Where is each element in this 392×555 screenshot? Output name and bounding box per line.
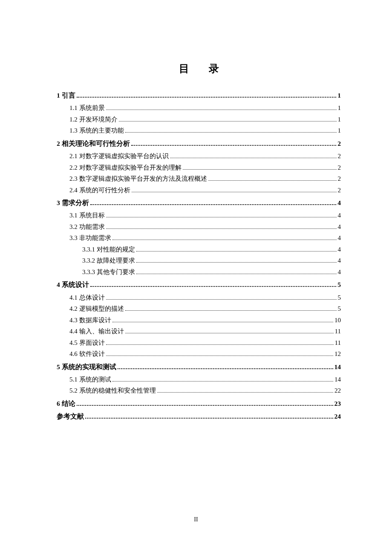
toc-entry-label: 3 需求分析 bbox=[57, 198, 89, 208]
toc-entry: 3 需求分析4 bbox=[57, 198, 341, 208]
toc-leader-dots bbox=[183, 169, 337, 170]
toc-entry: 4.3 数据库设计10 bbox=[69, 315, 341, 325]
toc-entry-label: 4 系统设计 bbox=[57, 280, 89, 289]
toc-leader-dots bbox=[125, 132, 337, 133]
toc-entry-page: 14 bbox=[334, 362, 341, 372]
toc-entry: 2.2 对数字逻辑虚拟实验平台开发的理解2 bbox=[69, 163, 341, 173]
toc-leader-dots bbox=[157, 392, 334, 393]
toc-entry: 2.3 数字逻辑虚拟实验平台开发的方法及流程概述2 bbox=[69, 174, 341, 184]
toc-entry-page: 2 bbox=[337, 139, 341, 148]
toc-entry-page: 24 bbox=[334, 411, 341, 421]
toc-entry-label: 4.2 逻辑模型的描述 bbox=[69, 304, 124, 314]
toc-entry: 4.4 输入、输出设计11 bbox=[69, 327, 341, 336]
toc-leader-dots bbox=[136, 251, 337, 251]
toc-entry: 4.2 逻辑模型的描述5 bbox=[69, 304, 341, 314]
page-number: II bbox=[0, 516, 392, 523]
toc-entry-label: 4.4 输入、输出设计 bbox=[69, 327, 124, 336]
toc-entry: 4.6 软件设计12 bbox=[69, 349, 341, 359]
toc-entry-page: 2 bbox=[338, 163, 341, 173]
toc-leader-dots bbox=[119, 121, 337, 121]
toc-entry-page: 23 bbox=[334, 399, 341, 408]
toc-entry-page: 4 bbox=[338, 245, 341, 254]
toc-entry-label: 4.6 软件设计 bbox=[69, 349, 105, 359]
toc-entry-label: 3.1 系统目标 bbox=[69, 211, 105, 220]
toc-entry-page: 10 bbox=[334, 315, 341, 325]
toc-entry-page: 14 bbox=[334, 375, 341, 384]
toc-title: 目 录 bbox=[57, 62, 341, 75]
toc-entry: 3.3.2 故障处理要求4 bbox=[82, 256, 341, 266]
toc-entry-label: 6 结论 bbox=[57, 399, 75, 408]
toc-entry-label: 1.1 系统前景 bbox=[69, 103, 105, 113]
toc-leader-dots bbox=[77, 97, 337, 98]
toc-entry-label: 3.3 非功能需求 bbox=[69, 233, 111, 243]
toc-entry-page: 4 bbox=[337, 198, 341, 208]
toc-leader-dots bbox=[131, 145, 337, 146]
toc-leader-dots bbox=[136, 274, 337, 274]
toc-entry-page: 4 bbox=[338, 256, 341, 266]
toc-entry-page: 1 bbox=[338, 115, 341, 124]
toc-entry-label: 4.3 数据库设计 bbox=[69, 315, 111, 325]
toc-entry-label: 4.5 界面设计 bbox=[69, 338, 105, 348]
toc-leader-dots bbox=[106, 217, 337, 217]
toc-entry-page: 2 bbox=[338, 151, 341, 161]
toc-entry-label: 3.3.3 其他专门要求 bbox=[82, 267, 135, 277]
toc-entry: 5.2 系统的稳健性和安全性管理22 bbox=[69, 386, 341, 396]
toc-entry-page: 1 bbox=[338, 103, 341, 113]
toc-entry: 3.1 系统目标4 bbox=[69, 211, 341, 220]
toc-entry-label: 4.1 总体设计 bbox=[69, 293, 105, 303]
toc-leader-dots bbox=[106, 356, 334, 356]
toc-entry-label: 2.3 数字逻辑虚拟实验平台开发的方法及流程概述 bbox=[69, 174, 207, 184]
toc-entry-page: 1 bbox=[338, 126, 341, 136]
toc-entry-page: 22 bbox=[334, 386, 341, 396]
toc-entry-page: 11 bbox=[335, 327, 341, 336]
toc-entry-page: 5 bbox=[338, 293, 341, 303]
toc-entry: 1.3 系统的主要功能1 bbox=[69, 126, 341, 136]
toc-entry: 参考文献24 bbox=[57, 411, 341, 421]
toc-entry: 1 引言1 bbox=[57, 90, 341, 100]
toc-entry-label: 1.2 开发环境简介 bbox=[69, 115, 118, 124]
toc-leader-dots bbox=[132, 192, 337, 192]
toc-entry-page: 12 bbox=[334, 349, 341, 359]
toc-leader-dots bbox=[106, 228, 337, 229]
toc-entry: 3.3.1 对性能的规定4 bbox=[82, 245, 341, 254]
toc-entry-page: 5 bbox=[337, 280, 341, 289]
toc-entry: 2 相关理论和可行性分析2 bbox=[57, 139, 341, 148]
toc-leader-dots bbox=[112, 322, 334, 322]
toc-entry: 6 结论23 bbox=[57, 399, 341, 408]
toc-entry: 5 系统的实现和测试14 bbox=[57, 362, 341, 372]
toc-entry-page: 11 bbox=[335, 338, 341, 348]
toc-leader-dots bbox=[125, 333, 334, 333]
toc-entry-page: 2 bbox=[338, 174, 341, 184]
toc-entry: 3.2 功能需求4 bbox=[69, 222, 341, 232]
toc-entry: 3.3.3 其他专门要求4 bbox=[82, 267, 341, 277]
toc-entry-label: 1 引言 bbox=[57, 90, 75, 100]
toc-entry: 3.3 非功能需求4 bbox=[69, 233, 341, 243]
toc-leader-dots bbox=[106, 344, 334, 345]
toc-leader-dots bbox=[106, 110, 337, 110]
document-page: 目 录 1 引言11.1 系统前景11.2 开发环境简介11.3 系统的主要功能… bbox=[0, 0, 392, 421]
toc-leader-dots bbox=[118, 368, 333, 369]
toc-leader-dots bbox=[106, 299, 337, 300]
toc-leader-dots bbox=[125, 310, 337, 311]
toc-entry-label: 1.3 系统的主要功能 bbox=[69, 126, 124, 136]
toc-entry-label: 2 相关理论和可行性分析 bbox=[57, 139, 130, 148]
toc-entry: 4.5 界面设计11 bbox=[69, 338, 341, 348]
toc-leader-dots bbox=[170, 158, 337, 158]
toc-entry-label: 3.2 功能需求 bbox=[69, 222, 105, 232]
toc-entry-label: 5 系统的实现和测试 bbox=[57, 362, 116, 372]
toc-entry-page: 4 bbox=[338, 222, 341, 232]
toc-leader-dots bbox=[77, 405, 333, 406]
toc-entry-label: 5.1 系统的测试 bbox=[69, 375, 111, 384]
toc-entry-label: 2.4 系统的可行性分析 bbox=[69, 185, 130, 195]
toc-entry: 1.1 系统前景1 bbox=[69, 103, 341, 113]
toc-leader-dots bbox=[112, 240, 337, 240]
toc-entry-label: 3.3.2 故障处理要求 bbox=[82, 256, 135, 266]
toc-entry: 5.1 系统的测试14 bbox=[69, 375, 341, 384]
toc-leader-dots bbox=[136, 262, 337, 263]
toc-entry-page: 4 bbox=[338, 233, 341, 243]
toc-entry-label: 参考文献 bbox=[57, 411, 84, 421]
toc-entry: 4.1 总体设计5 bbox=[69, 293, 341, 303]
toc-leader-dots bbox=[112, 381, 334, 382]
toc-leader-dots bbox=[85, 418, 333, 419]
toc-entry-label: 2.2 对数字逻辑虚拟实验平台开发的理解 bbox=[69, 163, 182, 173]
